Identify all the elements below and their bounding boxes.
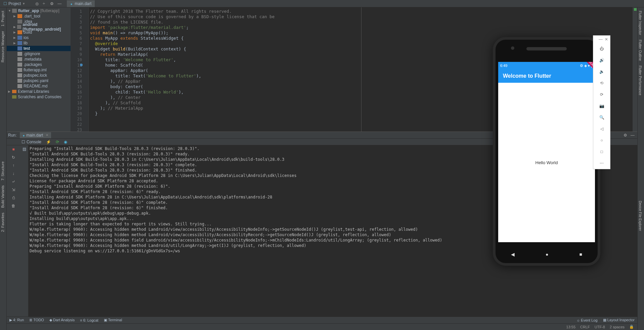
- bottom-tab-terminal[interactable]: ▣ Terminal: [104, 318, 122, 322]
- emu-back-icon[interactable]: ◀: [511, 252, 515, 257]
- emu-volume-down-icon[interactable]: 🔉: [593, 66, 610, 77]
- hot-reload-icon[interactable]: ⚡: [46, 140, 51, 144]
- emu-minimize-icon[interactable]: —: [599, 37, 603, 42]
- clear-icon[interactable]: 🗑: [11, 203, 16, 209]
- emulator-controls: — ✕ ⏻ 🔊 🔉 ⟲ ⟳ 📷 🔍 ◁ ○ □ ⋯: [593, 35, 610, 169]
- emu-rotate-left-icon[interactable]: ⟲: [593, 77, 610, 89]
- right-tab-outline[interactable]: Flutter Outline: [638, 38, 643, 62]
- tree-item[interactable]: ▶ios: [7, 35, 71, 40]
- up-icon[interactable]: ↑: [11, 163, 16, 168]
- emu-status-bar: 6:49 ⚙ ◈ ▾ ▮: [498, 62, 595, 69]
- emu-body: Hello World: [498, 83, 595, 242]
- tree-item[interactable]: .metadata: [7, 57, 71, 62]
- project-dropdown[interactable]: ☐ Project ▼: [1, 1, 27, 7]
- emu-home-icon[interactable]: ○: [593, 135, 610, 146]
- status-caret-pos[interactable]: 13:55: [566, 325, 576, 329]
- hide-icon[interactable]: —: [57, 1, 62, 6]
- emu-rotate-right-icon[interactable]: ⟳: [593, 89, 610, 100]
- run-label: Run:: [8, 133, 16, 138]
- tree-item[interactable]: pubspec.lock: [7, 73, 71, 78]
- tree-item[interactable]: .gitignore: [7, 51, 71, 57]
- bottom-tab-run[interactable]: ▶ 4: Run: [9, 318, 24, 322]
- tree-item[interactable]: pubspec.yaml: [7, 78, 71, 83]
- tree-root[interactable]: ▼ flutter_app [flutterapp]: [7, 8, 71, 13]
- tree-item[interactable]: test: [7, 46, 71, 51]
- emu-home-icon[interactable]: ●: [546, 252, 548, 257]
- emu-camera-icon[interactable]: 📷: [593, 100, 610, 112]
- status-indent[interactable]: 2 spaces: [610, 325, 625, 329]
- tree-item[interactable]: ▶.dart_tool: [7, 13, 71, 19]
- left-tool-stripe: 1: Project Resource Manager 7: Structure…: [0, 7, 7, 330]
- emu-app-bar: Welcome to Flutter: [498, 69, 595, 83]
- bottom-tab-logcat[interactable]: ≡ 6: Logcat: [80, 318, 98, 322]
- filter-icon[interactable]: ▤: [23, 147, 26, 151]
- project-tree[interactable]: ▼ flutter_app [flutterapp] ▶.dart_tool.i…: [7, 7, 71, 132]
- tree-item[interactable]: ▶android [flutterapp_android]: [7, 24, 71, 30]
- analysis-ok-icon: [634, 8, 637, 11]
- left-tab-resource[interactable]: Resource Manager: [0, 30, 5, 64]
- tree-scratches[interactable]: Scratches and Consoles: [7, 94, 71, 100]
- print-icon[interactable]: ⎙: [11, 195, 16, 200]
- status-lock-icon[interactable]: 🔒: [629, 325, 634, 329]
- tree-item[interactable]: .packages: [7, 62, 71, 67]
- top-toolbar: ☐ Project ▼ ◎ ÷ ⚙ — ⬥ main.dart: [0, 0, 644, 7]
- editor-tab-main-dart[interactable]: ⬥ main.dart: [67, 0, 95, 7]
- bottom-tab-event-log[interactable]: ☼ Event Log: [576, 318, 598, 322]
- emu-overview-icon[interactable]: □: [593, 146, 610, 157]
- devtools-icon[interactable]: ◉: [64, 140, 67, 144]
- code-content[interactable]: // Copyright 2018 The Flutter team. All …: [89, 7, 361, 132]
- tree-external-libs[interactable]: ▶ External Libraries: [7, 89, 71, 94]
- emu-nav-bar: ◀ ● ■: [496, 252, 598, 257]
- stop-icon[interactable]: ■: [11, 147, 16, 152]
- emu-recent-icon[interactable]: ■: [579, 252, 582, 257]
- emu-back-icon[interactable]: ◁: [593, 123, 610, 135]
- bottom-tab-dart-analysis[interactable]: ◆ Dart Analysis: [49, 318, 75, 322]
- emu-power-icon[interactable]: ⏻: [593, 43, 610, 54]
- hot-restart-icon[interactable]: ⟳: [56, 140, 59, 144]
- tree-item[interactable]: README.md: [7, 83, 71, 89]
- right-tool-stripe: Flutter Inspector Flutter Outline Flutte…: [637, 7, 644, 330]
- emu-more-icon[interactable]: ⋯: [593, 157, 610, 169]
- scroll-end-icon[interactable]: ⇲: [11, 187, 16, 192]
- right-tab-device-explorer[interactable]: Device File Explorer: [638, 199, 643, 232]
- gear-icon[interactable]: ⚙: [50, 1, 55, 6]
- console-tab[interactable]: ☐Console: [22, 140, 41, 144]
- emulator-device: 6:49 ⚙ ◈ ▾ ▮ Welcome to Flutter DEBUG He…: [493, 37, 600, 266]
- rerun-icon[interactable]: ↻: [11, 155, 16, 160]
- close-icon[interactable]: ✕: [46, 133, 48, 137]
- line-gutter: 1234567891011121314151617181920212223: [71, 7, 85, 132]
- left-tab-structure[interactable]: 7: Structure: [0, 160, 5, 182]
- emu-zoom-icon[interactable]: 🔍: [593, 112, 610, 123]
- bottom-tab-todo[interactable]: ≣ TODO: [29, 318, 44, 322]
- minimize-icon[interactable]: —: [631, 133, 635, 138]
- project-label: Project: [8, 1, 21, 6]
- left-tab-build-variants[interactable]: Build Variants: [0, 184, 5, 209]
- right-tab-inspector[interactable]: Flutter Inspector: [638, 9, 643, 36]
- left-tab-project[interactable]: 1: Project: [0, 9, 5, 28]
- tree-item[interactable]: ▶lib: [7, 40, 71, 46]
- soft-wrap-icon[interactable]: ⤶: [11, 179, 16, 184]
- tree-item[interactable]: flutterapp.iml: [7, 67, 71, 73]
- status-line-sep[interactable]: CRLF: [580, 325, 590, 329]
- target-icon[interactable]: ◎: [35, 1, 40, 6]
- down-icon[interactable]: ↓: [11, 171, 16, 176]
- editor-tab-label: main.dart: [75, 1, 91, 6]
- gear-icon[interactable]: ⚙: [624, 133, 627, 138]
- run-tab-main[interactable]: ⬥ main.dart ✕: [20, 132, 51, 138]
- status-encoding[interactable]: UTF-8: [595, 325, 605, 329]
- left-tab-favorites[interactable]: 2: Favorites: [0, 211, 5, 233]
- right-tab-performance[interactable]: Flutter Performance: [638, 64, 643, 97]
- collapse-icon[interactable]: ÷: [43, 1, 47, 6]
- bottom-tab-layout-inspector[interactable]: ▦ Layout Inspector: [603, 318, 635, 322]
- emu-volume-up-icon[interactable]: 🔊: [593, 54, 610, 66]
- editor-scrollbar[interactable]: [633, 7, 637, 132]
- emu-close-icon[interactable]: ✕: [605, 37, 608, 42]
